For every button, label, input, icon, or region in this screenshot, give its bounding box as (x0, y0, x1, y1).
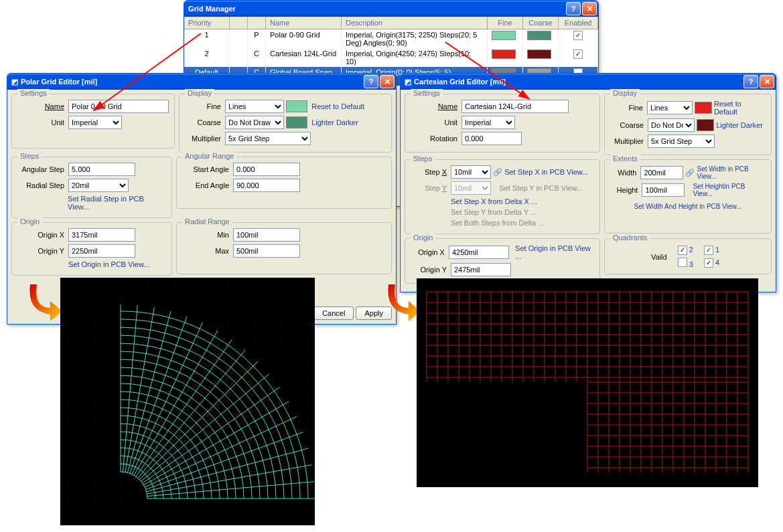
polar-origin-y[interactable] (68, 244, 135, 258)
help-button[interactable]: ? (743, 75, 758, 88)
close-button[interactable]: ✕ (582, 2, 597, 15)
cart-deltax-link[interactable]: Set Step X from Delta X ... (451, 197, 537, 205)
svg-point-283 (267, 471, 268, 472)
svg-point-673 (657, 379, 658, 380)
cart-coarse-select[interactable]: Do Not Draw (648, 118, 695, 132)
svg-point-851 (507, 444, 508, 444)
cart-origin-x[interactable] (449, 246, 509, 259)
svg-point-172 (307, 391, 308, 391)
polar-name-input[interactable] (68, 100, 169, 113)
polar-mult-select[interactable]: 5x Grid Step (225, 132, 311, 145)
polar-coarse-select[interactable]: Do Not Draw (225, 116, 284, 129)
svg-point-454 (711, 304, 711, 305)
svg-point-727 (550, 401, 551, 402)
polar-end-angle[interactable] (233, 179, 300, 192)
svg-point-427 (421, 304, 422, 305)
quad4-check[interactable]: ✓ (704, 258, 713, 268)
cart-darker-link[interactable]: Darker (741, 121, 763, 129)
cart-origin-link[interactable]: Set Origin in PCB View ... (515, 244, 594, 260)
polar-min[interactable] (233, 228, 300, 242)
svg-point-268 (66, 471, 67, 472)
cart-mult-select[interactable]: 5x Grid Step (648, 135, 715, 148)
polar-coarse-swatch[interactable] (286, 116, 307, 128)
cart-origin-y[interactable] (451, 263, 511, 276)
link-icon[interactable]: 🔗 (685, 169, 695, 177)
help-button[interactable]: ? (566, 2, 581, 15)
svg-point-144 (187, 377, 188, 378)
polar-angular-step[interactable] (68, 163, 135, 176)
cart-rotation[interactable] (461, 132, 522, 145)
svg-point-703 (636, 390, 636, 391)
svg-point-475 (593, 315, 593, 316)
svg-point-688 (475, 390, 476, 391)
col-desc[interactable]: Description (342, 17, 488, 29)
svg-point-511 (636, 326, 636, 327)
polar-max[interactable] (233, 244, 300, 258)
polar-unit-select[interactable]: Imperial (68, 116, 122, 129)
table-row[interactable]: 2CCartesian 124L-GridImperial, Origin(42… (184, 48, 598, 67)
cart-fine-swatch[interactable] (695, 102, 711, 114)
cart-height[interactable] (642, 183, 685, 197)
quad2-check[interactable]: ✓ (678, 246, 687, 255)
col-name[interactable]: Name (266, 17, 342, 29)
svg-point-836 (689, 433, 690, 434)
polar-fine-swatch[interactable] (286, 100, 307, 112)
svg-point-848 (475, 444, 476, 444)
polar-origin-link[interactable]: Set Origin in PCB View... (68, 260, 149, 268)
cart-stepx-link[interactable]: Set Step X in PCB View... (504, 168, 588, 176)
svg-point-629 (528, 369, 529, 369)
quad3-check[interactable] (678, 258, 687, 267)
polar-radial-link[interactable]: Set Radial Step in PCB View... (68, 195, 166, 211)
svg-point-61 (93, 324, 94, 325)
svg-point-171 (294, 391, 295, 391)
cart-height-link[interactable]: Set Heightin PCB View... (693, 183, 766, 197)
svg-point-687 (464, 390, 465, 391)
polar-fine-select[interactable]: Lines (225, 100, 284, 113)
cart-reset-link[interactable]: Reset to Default (714, 100, 766, 116)
cart-lighter-link[interactable]: Lighter (716, 121, 739, 129)
polar-origin-x[interactable] (68, 228, 135, 242)
cart-both-link[interactable]: Set Width And Height in PCB View... (634, 203, 741, 210)
svg-point-83 (133, 337, 134, 338)
cart-width[interactable] (640, 166, 683, 179)
svg-point-826 (582, 433, 583, 434)
polar-cancel-button[interactable]: Cancel (313, 306, 354, 320)
svg-point-853 (528, 444, 529, 444)
cart-step-x[interactable]: 10mil (451, 165, 491, 179)
polar-start-angle[interactable] (233, 163, 300, 176)
polar-darker-link[interactable]: Darker (336, 118, 358, 126)
svg-point-438 (539, 304, 540, 305)
polar-lighter-link[interactable]: Lighter (311, 118, 334, 126)
polar-radial-step[interactable]: 20mil (68, 179, 129, 192)
col-fine[interactable]: Fine (488, 17, 523, 29)
svg-point-384 (646, 283, 647, 284)
svg-point-381 (614, 283, 615, 284)
svg-point-397 (443, 294, 443, 294)
cart-name-input[interactable] (461, 100, 569, 113)
quad1-check[interactable]: ✓ (704, 246, 713, 255)
cart-unit-select[interactable]: Imperial (461, 116, 515, 129)
svg-point-601 (571, 358, 572, 359)
svg-point-32 (214, 297, 214, 298)
close-button[interactable]: ✕ (760, 75, 774, 88)
svg-point-595 (507, 358, 508, 359)
cart-coarse-swatch[interactable] (697, 119, 714, 131)
col-enabled[interactable]: Enabled (559, 17, 598, 29)
svg-point-845 (443, 444, 443, 444)
link-icon[interactable]: 🔗 (493, 168, 502, 177)
cartesian-title: Cartesian Grid Editor [mil] (414, 78, 742, 86)
svg-point-33 (227, 297, 228, 298)
table-row[interactable]: 1PPolar 0-90 GridImperial, Origin(3175; … (184, 29, 598, 48)
cart-width-link[interactable]: Set Width in PCB View... (697, 165, 766, 180)
svg-point-864 (646, 444, 647, 444)
svg-point-210 (307, 418, 308, 418)
col-priority[interactable]: Priority (184, 17, 230, 29)
svg-point-261 (227, 458, 228, 458)
cart-fine-select[interactable]: Lines (647, 101, 693, 114)
svg-point-862 (625, 444, 626, 444)
svg-point-686 (453, 390, 454, 391)
close-button[interactable]: ✕ (380, 75, 395, 88)
help-button[interactable]: ? (364, 75, 378, 88)
polar-reset-link[interactable]: Reset to Default (311, 102, 364, 110)
col-coarse[interactable]: Coarse (523, 17, 559, 29)
